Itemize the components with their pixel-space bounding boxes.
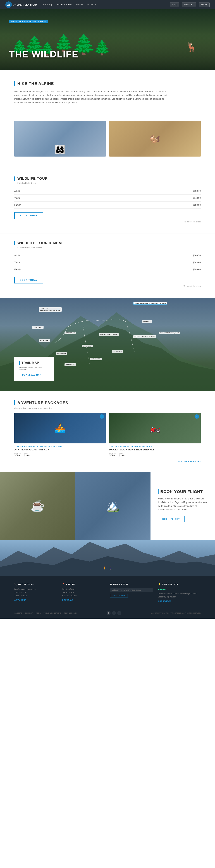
adventure-card-1-name: ATHABASCA CANYON RUN <box>14 448 106 451</box>
kids-price-2: $39.8 <box>119 454 124 457</box>
wishlist-button[interactable]: WISHLIST <box>182 2 196 7</box>
adults-price-2: $78.0 <box>109 454 115 457</box>
nav-link-about-us[interactable]: About Us <box>87 3 96 6</box>
lake-icon: 🏔️ <box>106 499 120 513</box>
footer-find-link[interactable]: DIRECTIONS <box>62 599 105 601</box>
nav-link-tickets[interactable]: Tickets & Rates <box>57 3 72 6</box>
trail-point-viewpoint-2: VIEWPOINT <box>65 332 76 334</box>
adventure-card-1-badge: WATER ADVENTURE · ATHABASCA RIVER TOURS <box>14 445 106 447</box>
table-row: Adults $162.70 <box>14 188 201 195</box>
moto-icon: 🏍️ <box>149 423 160 433</box>
wildlife-tour-book-button[interactable]: BOOK TODAY <box>14 212 43 219</box>
footer-tripadvisor-title: ⭐ TRIP ADVISOR <box>158 583 201 586</box>
kids-price-block: KIDS $39.8 <box>24 453 30 457</box>
trail-point-viewpoint-6: VIEWPOINT <box>56 352 67 355</box>
wildlife-animal: 🦌 <box>186 42 197 53</box>
trail-point-whistlers-trail: WHISTLERS TRAIL 3.8KMS <box>133 335 156 338</box>
newsletter-input[interactable] <box>110 588 153 592</box>
login-button[interactable]: LOGIN <box>199 2 210 7</box>
adults-price: $162.70 <box>98 188 201 195</box>
trail-point-viewpoint-4: VIEWPOINT <box>82 345 93 347</box>
adventure-card-2-prices: ADULTS $78.0 KIDS $39.8 <box>109 453 201 457</box>
kids-price: $39.8 <box>24 454 30 457</box>
trail-card-title: TRAIL MAP <box>20 361 49 365</box>
newsletter-icon: ✉ <box>110 583 112 586</box>
footer-find-address: Whistlers RoadJasper, AlbertaCanada, T0E… <box>62 588 105 597</box>
card-2-badge-circle: ! <box>194 414 199 418</box>
adventure-subtitle: Combine Jasper adventures with great dea… <box>14 407 201 409</box>
trail-point-viewpoint-1: VIEWPOINT <box>32 326 43 329</box>
footer-contact: 📞 GET IN TOUCH info@jaspertramways.com 1… <box>14 583 57 603</box>
photo-row: 👨‍👩‍👧 🐿️ <box>0 121 215 164</box>
adventure-card-1: 🚣 ! WATER ADVENTURE · ATHABASCA RIVER TO… <box>14 413 106 457</box>
trail-card-text: Discover Jasper from new altitudes. <box>20 366 49 371</box>
mountain-section: 🚶 🚶‍♀️ <box>0 540 215 576</box>
youth-price: $143.00 <box>98 194 201 202</box>
wildlife-tour-meal-table: Adults $160.70 Youth $143.00 Family $380… <box>14 252 201 273</box>
trail-card: TRAIL MAP Discover Jasper from new altit… <box>14 357 54 380</box>
wildlife-tour-tax: Tax included in prices <box>14 221 201 223</box>
footer-contact-link[interactable]: CONTACT US <box>14 599 57 601</box>
table-row: Youth $143.00 <box>14 194 201 202</box>
instagram-icon[interactable]: i <box>117 611 121 615</box>
family-icon: 👨‍👩‍👧 <box>55 145 65 155</box>
ride-button[interactable]: RIDE <box>170 2 179 7</box>
footer-find-title: 📍 FIND US <box>62 583 105 586</box>
adventure-card-2-name: ROCKY MOUNTAINS RIDE AND FLY <box>109 448 201 451</box>
trail-point-viewpoint-8: VIEWPOINT <box>65 363 76 366</box>
wildlife-tour-meal-title: WILDLIFE TOUR & MEAL <box>14 241 201 245</box>
more-packages-link[interactable]: MORE PACKAGES <box>178 460 201 462</box>
nav-actions: RIDE WISHLIST LOGIN <box>170 2 210 7</box>
footer-newsletter: ✉ NEWSLETTER SIGN UP NOW <box>110 583 153 603</box>
adventure-card-1-image: 🚣 ! <box>14 413 106 443</box>
flight-info: BOOK YOUR FLIGHT Wisi te modit nam nient… <box>150 472 215 540</box>
kids-label-2: KIDS <box>119 453 124 454</box>
adults-price: $78.0 <box>14 454 21 457</box>
footer-link-contact[interactable]: CONTACT <box>25 612 33 614</box>
footer-contact-phone1: 1-780-852-3093 <box>14 591 57 594</box>
tripadvisor-icon: ⭐ <box>158 583 161 586</box>
card-1-badge-circle: ! <box>100 414 104 418</box>
hikers-decoration: 🚶 🚶‍♀️ <box>103 566 112 570</box>
footer-link-careers[interactable]: CAREERS <box>14 612 22 614</box>
flight-text: Wisi te modit nam niente la, et lis trod… <box>158 497 208 512</box>
logo-text: JASPER SKYTRAM <box>13 3 37 6</box>
footer-link-terms[interactable]: TERMS & CONDITIONS <box>43 612 61 614</box>
wildlife-tour-table: Adults $162.70 Youth $143.00 Family $380… <box>14 188 201 209</box>
adventure-title: ADVENTURE PACKAGES <box>14 400 201 405</box>
hero-badge: ASCENT THROUGH THE WILDERNESS <box>9 20 48 23</box>
trail-point-viewpoint-7: VIEWPOINT <box>90 358 102 360</box>
wildlife-tour-meal-book-button[interactable]: BOOK TODAY <box>14 277 43 283</box>
footer-tripadvisor-link[interactable]: OUR REVIEWS <box>158 600 201 602</box>
contact-icon: 📞 <box>14 583 17 586</box>
trail-download-link[interactable]: DOWNLOAD MAP <box>20 374 41 376</box>
nav-links: About Trip Tickets & Rates Visitors Abou… <box>43 3 170 6</box>
table-row: Adults $160.70 <box>14 252 201 259</box>
family-label: Family <box>14 266 98 273</box>
flight-book-button[interactable]: BOOK FLIGHT <box>158 516 184 522</box>
twitter-icon[interactable]: t <box>112 611 116 615</box>
footer-social: f t i <box>107 611 121 615</box>
trail-point-viewpoint-3: VIEWPOINT <box>39 339 50 342</box>
footer-link-refund[interactable]: REFUND POLICY <box>64 612 77 614</box>
youth-price: $143.00 <box>98 259 201 266</box>
footer-link-media[interactable]: MEDIA <box>35 612 41 614</box>
logo[interactable]: ⛰ JASPER SKYTRAM <box>5 1 37 8</box>
trail-point-summit: WHISTLERS MOUNTAIN SUMMIT 2,463 M <box>133 302 167 305</box>
footer: 📞 GET IN TOUCH info@jaspertramways.com 1… <box>0 576 215 619</box>
tripadvisor-text: Consistently rated one of the best thing… <box>158 592 201 598</box>
footer-tripadvisor: ⭐ TRIP ADVISOR ●●●●● Consistently rated … <box>158 583 201 603</box>
wildlife-tour-meal-tax: Tax included in prices <box>14 285 201 287</box>
flight-section: ☕ 🏔️ BOOK YOUR FLIGHT Wisi te modit nam … <box>0 472 215 540</box>
nav-link-about-trip[interactable]: About Trip <box>43 3 52 6</box>
nav-link-visitors[interactable]: Visitors <box>76 3 83 6</box>
tree-icon-6: 🌲 <box>93 39 111 56</box>
trail-point-viewpoint-5: VIEWPOINT <box>112 350 123 353</box>
hike-section: HIKE THE ALPINE Wisi te modit nam niente… <box>0 70 215 115</box>
kids-price-block-2: KIDS $39.8 <box>119 453 124 457</box>
facebook-icon[interactable]: f <box>107 611 111 615</box>
newsletter-submit-button[interactable]: SIGN UP NOW <box>110 594 128 597</box>
hero-title: THE WILDLIFE <box>9 49 78 60</box>
footer-columns: 📞 GET IN TOUCH info@jaspertramways.com 1… <box>14 583 201 603</box>
hike-text: Wisi te modit nam niente la, est ulla pr… <box>14 90 169 104</box>
